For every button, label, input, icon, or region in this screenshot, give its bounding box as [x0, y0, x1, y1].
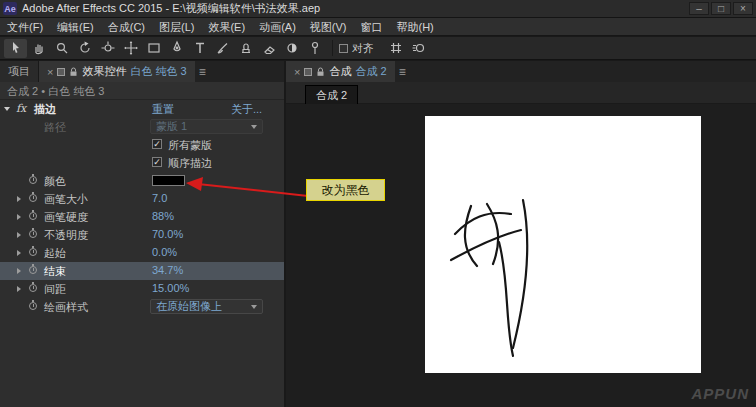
stopwatch-icon[interactable]: [29, 194, 38, 203]
tab-close-icon[interactable]: ×: [294, 66, 300, 78]
menu-composition[interactable]: 合成(C): [101, 18, 152, 36]
opacity-value[interactable]: 70.0%: [152, 228, 183, 240]
composition-canvas[interactable]: [425, 116, 701, 373]
row-opacity[interactable]: 不透明度 70.0%: [0, 226, 284, 244]
stopwatch-icon[interactable]: [29, 266, 38, 275]
fx-badge[interactable]: fx: [16, 102, 26, 115]
lock-icon[interactable]: [316, 67, 325, 77]
brush-tool-icon[interactable]: [211, 39, 234, 58]
all-masks-label: 所有蒙版: [168, 138, 212, 153]
viewer-tab-comp2[interactable]: 合成 2: [305, 85, 358, 106]
row-start[interactable]: 起始 0.0%: [0, 244, 284, 262]
menu-bar: 文件(F) 编辑(E) 合成(C) 图层(L) 效果(E) 动画(A) 视图(V…: [0, 18, 756, 36]
right-tabstrip: × 合成 合成 2 ≡: [286, 61, 756, 82]
menu-help[interactable]: 帮助(H): [389, 18, 440, 36]
maximize-button[interactable]: □: [711, 2, 731, 15]
row-brush-hardness-label: 画笔硬度: [44, 210, 88, 225]
all-masks-checkbox[interactable]: ✓: [152, 139, 162, 149]
row-brush-size[interactable]: 画笔大小 7.0: [0, 190, 284, 208]
reset-link[interactable]: 重置: [152, 102, 174, 117]
twirl-right-icon[interactable]: [17, 232, 21, 238]
panel-menu-icon[interactable]: ≡: [199, 65, 206, 79]
rotation-tool-icon[interactable]: [73, 39, 96, 58]
stroke-sequentially-checkbox[interactable]: ✓: [152, 157, 162, 167]
twirl-right-icon[interactable]: [17, 268, 21, 274]
row-stroke-sequentially[interactable]: ✓ 顺序描边: [0, 154, 284, 172]
camera-tool-icon[interactable]: [96, 39, 119, 58]
mask-shape-tool-icon[interactable]: [142, 39, 165, 58]
motion-blur-icon[interactable]: [407, 39, 430, 58]
color-swatch[interactable]: [152, 175, 185, 186]
row-spacing[interactable]: 间距 15.00%: [0, 280, 284, 298]
paint-style-dropdown[interactable]: 在原始图像上: [150, 299, 263, 314]
puppet-pin-tool-icon[interactable]: [303, 39, 326, 58]
hand-tool-icon[interactable]: [27, 39, 50, 58]
end-value[interactable]: 34.7%: [152, 264, 183, 276]
row-path[interactable]: 路径 蒙版 1: [0, 118, 284, 136]
twirl-right-icon[interactable]: [17, 286, 21, 292]
tab-project[interactable]: 项目: [0, 61, 39, 82]
chevron-down-icon: [251, 305, 257, 309]
annotation-change-to-black: 改为黑色: [306, 179, 385, 201]
effect-rows: fx 描边 重置 关于... 路径 蒙版 1 ✓ 所有蒙版 ✓ 顺序描边 颜色: [0, 100, 284, 316]
menu-edit[interactable]: 编辑(E): [50, 18, 101, 36]
tab-close-icon[interactable]: ×: [47, 66, 53, 78]
stopwatch-icon[interactable]: [29, 302, 38, 311]
zoom-tool-icon[interactable]: [50, 39, 73, 58]
snap-label: 对齐: [352, 41, 374, 56]
stopwatch-icon[interactable]: [29, 284, 38, 293]
row-all-masks[interactable]: ✓ 所有蒙版: [0, 136, 284, 154]
menu-layer[interactable]: 图层(L): [152, 18, 201, 36]
tab-effect-controls[interactable]: × 效果控件 白色 纯色 3: [39, 61, 195, 82]
row-paint-style[interactable]: 绘画样式 在原始图像上: [0, 298, 284, 316]
menu-effect[interactable]: 效果(E): [201, 18, 252, 36]
stopwatch-icon[interactable]: [29, 230, 38, 239]
row-start-label: 起始: [44, 246, 66, 261]
twirl-right-icon[interactable]: [17, 196, 21, 202]
tab-composition[interactable]: × 合成 合成 2: [286, 61, 395, 82]
stopwatch-icon[interactable]: [29, 176, 38, 185]
roto-brush-tool-icon[interactable]: [280, 39, 303, 58]
close-button[interactable]: ×: [733, 2, 753, 15]
stopwatch-icon[interactable]: [29, 248, 38, 257]
panel-box-icon: [304, 68, 312, 76]
row-brush-hardness[interactable]: 画笔硬度 88%: [0, 208, 284, 226]
twirl-down-icon[interactable]: [4, 107, 10, 111]
row-color[interactable]: 颜色: [0, 172, 284, 190]
pan-behind-tool-icon[interactable]: [119, 39, 142, 58]
breadcrumb: 合成 2 • 白色 纯色 3: [0, 82, 284, 100]
eraser-tool-icon[interactable]: [257, 39, 280, 58]
brush-hardness-value[interactable]: 88%: [152, 210, 174, 222]
spacing-value[interactable]: 15.00%: [152, 282, 189, 294]
left-tabstrip: 项目 × 效果控件 白色 纯色 3 ≡: [0, 61, 284, 82]
brush-size-value[interactable]: 7.0: [152, 192, 167, 204]
menu-view[interactable]: 视图(V): [303, 18, 354, 36]
snap-checkbox[interactable]: [339, 44, 348, 53]
twirl-right-icon[interactable]: [17, 250, 21, 256]
toolbar-separator: [332, 40, 333, 56]
about-link[interactable]: 关于...: [231, 102, 262, 117]
row-end[interactable]: 结束 34.7%: [0, 262, 284, 280]
effect-header-row[interactable]: fx 描边 重置 关于...: [0, 100, 284, 118]
type-tool-icon[interactable]: [188, 39, 211, 58]
menu-window[interactable]: 窗口: [353, 18, 389, 36]
panel-menu-icon[interactable]: ≡: [399, 65, 406, 79]
minimize-button[interactable]: –: [689, 2, 709, 15]
stopwatch-icon[interactable]: [29, 212, 38, 221]
window-title: Adobe After Effects CC 2015 - E:\视频编辑软件\…: [22, 1, 320, 16]
start-value[interactable]: 0.0%: [152, 246, 177, 258]
composition-viewer[interactable]: [286, 104, 756, 407]
lock-icon[interactable]: [69, 67, 78, 77]
clone-stamp-tool-icon[interactable]: [234, 39, 257, 58]
tab-effect-controls-label: 效果控件: [82, 64, 126, 79]
menu-file[interactable]: 文件(F): [0, 18, 50, 36]
row-spacing-label: 间距: [44, 282, 66, 297]
workspace-grid-icon[interactable]: [384, 39, 407, 58]
pen-tool-icon[interactable]: [165, 39, 188, 58]
path-dropdown[interactable]: 蒙版 1: [150, 119, 263, 134]
title-bar: Ae Adobe After Effects CC 2015 - E:\视频编辑…: [0, 0, 756, 18]
twirl-right-icon[interactable]: [17, 214, 21, 220]
selection-tool-icon[interactable]: [4, 39, 27, 58]
menu-animation[interactable]: 动画(A): [252, 18, 303, 36]
row-color-label: 颜色: [44, 174, 66, 189]
